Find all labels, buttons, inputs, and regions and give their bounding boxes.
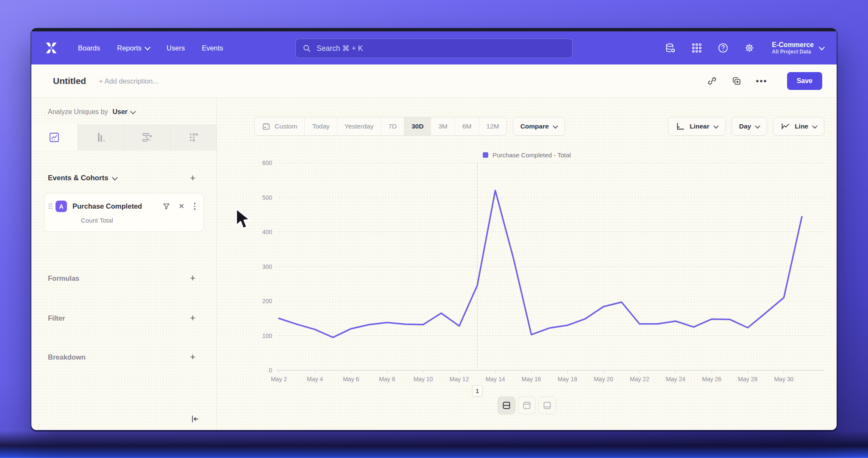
svg-text:600: 600 bbox=[262, 159, 273, 166]
add-breakdown-button[interactable]: + bbox=[190, 352, 195, 362]
search-icon bbox=[303, 44, 311, 53]
svg-text:May 8: May 8 bbox=[379, 376, 395, 383]
nav-item-label: Users bbox=[167, 44, 185, 52]
nav-item-events[interactable]: Events bbox=[202, 44, 223, 52]
filter-funnel-icon[interactable] bbox=[162, 202, 170, 210]
chevron-down-icon bbox=[819, 45, 825, 50]
nav-item-boards[interactable]: Boards bbox=[78, 44, 100, 52]
layout-chart-top-button[interactable] bbox=[518, 397, 536, 414]
events-cohorts-header[interactable]: Events & Cohorts + bbox=[48, 173, 195, 183]
remove-event-icon[interactable]: ✕ bbox=[178, 203, 184, 210]
svg-text:May 18: May 18 bbox=[558, 376, 577, 383]
report-title-bar: Untitled + Add description... ••• Save bbox=[31, 64, 837, 98]
tab-flows[interactable] bbox=[124, 124, 170, 151]
chevron-down-icon bbox=[112, 175, 118, 181]
analyze-label: Analyze Uniques by bbox=[48, 108, 108, 116]
nav-item-label: Reports bbox=[117, 44, 142, 52]
nav-item-label: Boards bbox=[78, 44, 100, 52]
help-icon[interactable] bbox=[718, 42, 729, 53]
svg-text:May 20: May 20 bbox=[594, 376, 613, 383]
svg-text:May 16: May 16 bbox=[522, 376, 541, 383]
formulas-section: Formulas + bbox=[48, 274, 195, 283]
search-input[interactable]: Search ⌘ + K bbox=[295, 39, 573, 58]
desktop-background: Boards Reports Users Events Search ⌘ + K bbox=[0, 0, 868, 458]
funnels-bars-icon bbox=[95, 132, 106, 143]
add-event-button[interactable]: + bbox=[190, 173, 195, 183]
analyze-by-dropdown[interactable]: User bbox=[112, 108, 135, 116]
query-builder-sidebar: Analyze Uniques by User bbox=[31, 98, 217, 430]
svg-text:May 24: May 24 bbox=[666, 376, 685, 383]
svg-text:500: 500 bbox=[262, 194, 273, 201]
event-measure[interactable]: Count Total bbox=[81, 217, 197, 224]
project-subtitle: All Project Data bbox=[772, 49, 814, 55]
tab-insights[interactable] bbox=[31, 124, 78, 151]
kebab-menu-icon[interactable] bbox=[193, 203, 197, 210]
svg-text:300: 300 bbox=[262, 263, 273, 270]
analyze-value: User bbox=[112, 108, 128, 116]
chevron-down-icon bbox=[145, 45, 150, 50]
svg-text:0: 0 bbox=[269, 367, 272, 374]
settings-gear-icon[interactable] bbox=[744, 42, 755, 53]
nav-item-users[interactable]: Users bbox=[167, 44, 185, 52]
collapse-sidebar-icon[interactable] bbox=[190, 414, 200, 424]
layout-top-icon bbox=[522, 401, 531, 410]
svg-text:May 12: May 12 bbox=[450, 376, 469, 383]
flows-icon bbox=[142, 132, 153, 143]
tab-retention[interactable] bbox=[170, 124, 217, 151]
layout-split-icon bbox=[502, 401, 511, 410]
top-nav: Boards Reports Users Events Search ⌘ + K bbox=[31, 31, 837, 64]
svg-text:May 6: May 6 bbox=[343, 376, 359, 383]
svg-text:May 14: May 14 bbox=[486, 376, 505, 383]
insights-line-chart-icon bbox=[49, 132, 60, 143]
layout-bottom-icon bbox=[542, 401, 552, 410]
analyze-uniques-row: Analyze Uniques by User bbox=[48, 108, 135, 116]
tab-funnels[interactable] bbox=[78, 124, 124, 151]
breakdown-section: Breakdown + bbox=[48, 352, 195, 362]
svg-text:May 10: May 10 bbox=[413, 376, 433, 383]
report-type-tabs bbox=[31, 124, 217, 151]
layout-split-horizontal-button[interactable] bbox=[498, 397, 515, 414]
svg-text:May 4: May 4 bbox=[307, 376, 323, 383]
apps-grid-icon[interactable] bbox=[691, 42, 702, 53]
layout-chart-bottom-button[interactable] bbox=[538, 397, 556, 414]
data-management-icon[interactable] bbox=[665, 42, 676, 53]
drag-handle-icon[interactable] bbox=[48, 204, 53, 209]
event-name: Purchase Completed bbox=[72, 202, 162, 210]
svg-text:1: 1 bbox=[476, 388, 479, 394]
svg-text:400: 400 bbox=[262, 229, 273, 235]
search-placeholder: Search ⌘ + K bbox=[317, 44, 363, 53]
copy-link-icon[interactable] bbox=[707, 76, 717, 86]
more-ellipsis-icon[interactable]: ••• bbox=[756, 79, 768, 83]
add-formula-button[interactable]: + bbox=[190, 274, 195, 283]
annotation-badge[interactable]: 1 bbox=[472, 385, 482, 397]
add-filter-button[interactable]: + bbox=[190, 313, 195, 323]
event-card[interactable]: A Purchase Completed ✕ Count Total bbox=[44, 193, 204, 232]
event-badge: A bbox=[56, 201, 67, 212]
project-switcher[interactable]: E-Commerce All Project Data bbox=[772, 41, 824, 55]
svg-text:May 22: May 22 bbox=[630, 376, 649, 383]
filter-section: Filter + bbox=[48, 313, 195, 323]
retention-grid-icon bbox=[188, 132, 199, 143]
layout-toggle-group bbox=[498, 397, 556, 414]
mixpanel-logo[interactable] bbox=[44, 42, 58, 54]
report-title[interactable]: Untitled bbox=[53, 76, 86, 86]
nav-item-label: Events bbox=[202, 44, 223, 52]
app-window: Boards Reports Users Events Search ⌘ + K bbox=[31, 28, 837, 430]
svg-text:100: 100 bbox=[262, 332, 273, 339]
formulas-label: Formulas bbox=[48, 274, 79, 282]
events-cohorts-label: Events & Cohorts bbox=[48, 174, 108, 182]
breakdown-label: Breakdown bbox=[48, 353, 86, 361]
series-line[interactable] bbox=[279, 190, 802, 337]
svg-text:May 2: May 2 bbox=[271, 376, 287, 383]
save-button[interactable]: Save bbox=[787, 72, 822, 90]
line-chart[interactable]: 0100200300400500600May 2May 4May 6May 8M… bbox=[217, 98, 837, 430]
chart-panel: Custom Today Yesterday 7D 30D 3M 6M 12M … bbox=[217, 98, 837, 430]
svg-text:May 28: May 28 bbox=[738, 376, 757, 383]
nav-item-reports[interactable]: Reports bbox=[117, 44, 150, 52]
project-name: E-Commerce bbox=[772, 41, 814, 49]
add-description-field[interactable]: + Add description... bbox=[99, 77, 159, 85]
chevron-down-icon bbox=[130, 109, 136, 114]
duplicate-icon[interactable] bbox=[732, 76, 742, 86]
svg-text:May 26: May 26 bbox=[702, 376, 721, 383]
window-top-edge bbox=[31, 28, 837, 31]
